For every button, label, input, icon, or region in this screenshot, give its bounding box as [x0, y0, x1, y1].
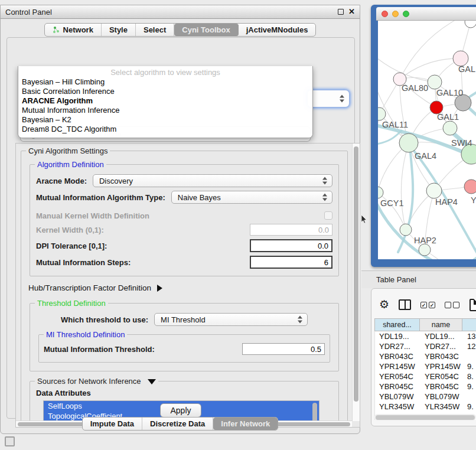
- mi-threshold-label: Mutual Information Threshold:: [44, 345, 155, 354]
- column-header-a[interactable]: A: [462, 318, 476, 331]
- zoom-traffic-light-icon[interactable]: [403, 11, 409, 17]
- table-row[interactable]: YBR043CYBR043C: [375, 351, 476, 361]
- bottom-tabbar: Impute DataDiscretize DataInfer Network: [1, 417, 360, 431]
- algorithm-definition-group: Algorithm Definition Aracne Mode: Discov…: [30, 164, 339, 276]
- float-window-icon[interactable]: [338, 9, 344, 15]
- tab-jactivemnodules[interactable]: jActiveMNodules: [239, 24, 316, 36]
- algorithm-option-aracne-algorithm[interactable]: ARACNE Algorithm: [18, 96, 312, 106]
- kernel-width-label: Kernel Width (0,1):: [36, 226, 104, 234]
- close-traffic-light-icon[interactable]: [382, 11, 388, 17]
- table-horizontal-scrollbar[interactable]: [374, 414, 476, 420]
- combo-arrows-icon: [322, 194, 328, 201]
- algorithm-combo-fragment[interactable]: [307, 90, 350, 107]
- algorithm-option-bayesian-hill-climbing[interactable]: Bayesian – Hill Climbing: [18, 77, 312, 87]
- table-cell: YDR27...: [375, 342, 420, 351]
- network-node-hap4[interactable]: [426, 183, 442, 198]
- table-panel-title: Table Panel: [361, 275, 416, 284]
- table-cell: YDL19...: [375, 332, 420, 341]
- table-panel-header[interactable]: Table Panel: [361, 270, 476, 288]
- network-icon: [53, 26, 60, 34]
- network-node-gal1[interactable]: [443, 121, 457, 135]
- table-row[interactable]: YER054CYER054C8.: [375, 371, 476, 381]
- tab-select[interactable]: Select: [136, 24, 174, 36]
- tab-discretize-data-label: Discretize Data: [150, 419, 205, 428]
- mi-steps-field[interactable]: 6: [250, 256, 332, 269]
- which-threshold-combo[interactable]: MI Threshold: [154, 313, 308, 326]
- settings-content: Cyni Algorithm Settings Algorithm Defini…: [16, 144, 353, 421]
- control-panel-title: Control Panel: [5, 8, 52, 17]
- network-graph[interactable]: GALGAL80GAL10GAL1GAL11GAL4SWI4HAP4YGCY1H…: [378, 21, 476, 259]
- collapsed-panel-icon[interactable]: [5, 436, 15, 446]
- vertical-scrollbar[interactable]: [352, 144, 360, 421]
- manual-kernel-checkbox[interactable]: [324, 211, 332, 220]
- network-node-gal10[interactable]: [428, 75, 442, 89]
- network-node-y[interactable]: [464, 180, 476, 194]
- table-cell: 8.: [463, 372, 476, 381]
- network-node-gal4[interactable]: [399, 133, 418, 152]
- node-table: shared...nameA YDL19...YDL19...13YDR27..…: [374, 318, 476, 420]
- table-cell: YER054C: [420, 372, 463, 381]
- threshold-definition-title: Threshold Definition: [35, 299, 108, 308]
- node-label-swi4: SWI4: [451, 138, 472, 148]
- combo-arrows-icon: [340, 95, 344, 103]
- scrollbar-thumb[interactable]: [376, 415, 475, 420]
- select-all-icon[interactable]: ✓ ✓: [420, 302, 435, 308]
- export-table-icon[interactable]: [470, 299, 476, 311]
- tab-style[interactable]: Style: [102, 24, 136, 36]
- table-cell: YBR043C: [375, 352, 420, 361]
- algorithm-option-mutual-information-inference[interactable]: Mutual Information Inference: [18, 106, 312, 115]
- table-row[interactable]: YPR145WYPR145W9.: [375, 361, 476, 371]
- kernel-width-field[interactable]: 0.0: [250, 224, 332, 236]
- screen: Control Panel ✕ NetworkStyleSelectCyni T…: [0, 0, 476, 450]
- tab-cyni-toolbox[interactable]: Cyni Toolbox: [174, 24, 238, 36]
- tab-impute-data[interactable]: Impute Data: [83, 418, 142, 430]
- gear-icon[interactable]: ⚙: [379, 299, 389, 311]
- table-row[interactable]: YBR045CYBR045C9.: [375, 381, 476, 392]
- algorithm-option-bayesian-k2[interactable]: Bayesian – K2: [18, 115, 312, 125]
- table-cell: 9.: [463, 362, 476, 371]
- minimize-traffic-light-icon[interactable]: [392, 11, 399, 17]
- algorithm-definition-title: Algorithm Definition: [35, 160, 106, 169]
- scrollbar-thumb[interactable]: [354, 146, 358, 402]
- network-node-hap2[interactable]: [400, 224, 412, 236]
- dropdown-placeholder: Select algorithm to view settings: [18, 67, 312, 77]
- network-node[interactable]: [465, 21, 476, 28]
- table-row[interactable]: YDR27...YDR27...12: [375, 341, 476, 351]
- hub-definition-section[interactable]: Hub/Transcription Factor Definition: [28, 283, 344, 292]
- tab-infer-network-label: Infer Network: [221, 419, 270, 428]
- columns-icon[interactable]: [399, 299, 411, 310]
- table-row[interactable]: YBL079WYBL079W: [375, 392, 476, 402]
- cyni-algorithm-settings-group: Cyni Algorithm Settings Algorithm Defini…: [21, 151, 348, 421]
- deselect-all-icon[interactable]: [445, 302, 459, 308]
- control-panel-titlebar[interactable]: Control Panel ✕: [1, 5, 360, 19]
- apply-button[interactable]: Apply: [160, 403, 201, 418]
- table-row[interactable]: YLR345WYLR345W9.: [375, 402, 476, 412]
- manual-kernel-label: Manual Kernel Width Definition: [36, 211, 149, 220]
- mi-threshold-field[interactable]: 0.5: [242, 343, 325, 355]
- table-cell: YBL079W: [375, 392, 420, 401]
- tab-jactivemnodules-label: jActiveMNodules: [246, 25, 308, 34]
- aracne-mode-combo[interactable]: Discovery: [93, 174, 332, 187]
- network-node[interactable]: [419, 244, 431, 256]
- tab-infer-network[interactable]: Infer Network: [213, 418, 278, 430]
- network-canvas[interactable]: GALGAL80GAL10GAL1GAL11GAL4SWI4HAP4YGCY1H…: [378, 21, 476, 259]
- collapse-arrow-icon[interactable]: [148, 379, 156, 384]
- column-header-name[interactable]: name: [420, 318, 462, 331]
- column-header-shared[interactable]: shared...: [374, 318, 420, 331]
- network-window-titlebar[interactable]: [376, 7, 476, 21]
- table-row[interactable]: YDL19...YDL19...13: [375, 331, 476, 341]
- tab-discretize-data[interactable]: Discretize Data: [142, 418, 213, 430]
- sources-title[interactable]: Sources for Network Inference: [35, 377, 158, 386]
- expand-arrow-icon[interactable]: [157, 285, 162, 292]
- tab-network[interactable]: Network: [45, 24, 102, 36]
- network-node-gal11[interactable]: [378, 107, 386, 120]
- node-label-gal: GAL: [458, 64, 475, 74]
- dpi-tolerance-field[interactable]: 0.0: [250, 239, 332, 252]
- table-cell: 9.: [463, 402, 476, 411]
- mi-algorithm-type-combo[interactable]: Naive Bayes: [171, 191, 332, 204]
- algorithm-option-dream8-dc-tdc-algorithm[interactable]: Dream8 DC_TDC Algorithm: [18, 125, 312, 134]
- mi-steps-label: Mutual Information Steps:: [36, 258, 131, 267]
- algorithm-option-basic-correlation-inference[interactable]: Basic Correlation Inference: [18, 87, 312, 96]
- which-threshold-label: Which threshold to use:: [61, 315, 148, 324]
- close-icon[interactable]: ✕: [348, 9, 355, 15]
